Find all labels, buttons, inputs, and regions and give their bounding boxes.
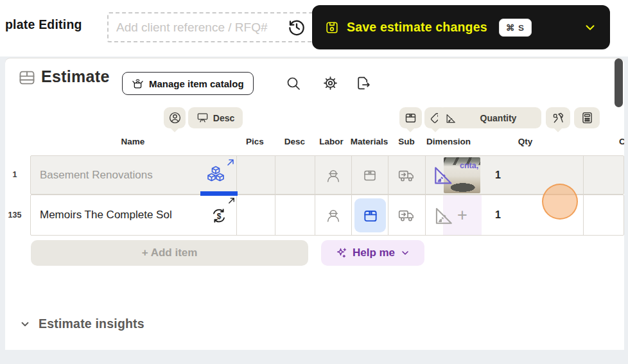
column-header-cost: C: [619, 137, 624, 146]
column-header-name: Name: [121, 137, 145, 146]
column-header-qty: Qty: [518, 137, 533, 146]
person-icon: [168, 111, 182, 125]
sub-cell[interactable]: [388, 156, 426, 194]
column-header-dimension: Dimension: [426, 137, 471, 146]
name-cell[interactable]: Basement Renovations: [31, 156, 237, 194]
estimate-insights-toggle[interactable]: Estimate insights: [19, 316, 144, 331]
ruler-icon: [432, 204, 455, 227]
sub-cell[interactable]: [388, 195, 426, 235]
floppy-save-icon: [325, 21, 339, 35]
materials-cell[interactable]: [352, 156, 388, 194]
chip-quantity-label: Quantity: [480, 113, 517, 123]
column-header-sub: Sub: [398, 137, 415, 146]
table-icon: [18, 69, 36, 87]
chip-calculator[interactable]: [574, 107, 600, 128]
manage-item-catalog-label: Manage item catalog: [149, 78, 244, 89]
pics-cell[interactable]: +: [237, 195, 275, 235]
materials-cell[interactable]: [352, 195, 388, 235]
gear-icon[interactable]: [322, 75, 338, 91]
item-name: Memoirs The Complete Sol: [40, 209, 172, 221]
table-row: Memoirs The Complete Sol $ +: [30, 195, 624, 236]
row-number: 135: [5, 211, 24, 220]
materials-selected-toggle[interactable]: [354, 198, 386, 232]
cubes-icon[interactable]: [204, 164, 227, 187]
save-estimate-button[interactable]: Save estimate changes ⌘ S: [312, 5, 610, 49]
help-me-label: Help me: [353, 247, 395, 259]
add-item-button[interactable]: + Add item: [31, 240, 308, 266]
pics-cell[interactable]: [237, 156, 275, 194]
search-icon[interactable]: [286, 76, 301, 91]
click-highlight-ring: [542, 184, 578, 220]
page-title: plate Editing: [5, 17, 82, 32]
package-icon: [362, 207, 379, 224]
help-me-button[interactable]: Help me: [321, 240, 424, 266]
monitor-icon: [196, 112, 209, 124]
item-name: Basement Renovations: [40, 169, 153, 182]
package-icon: [362, 168, 378, 183]
worker-icon: [325, 166, 342, 184]
labor-cell[interactable]: [315, 195, 352, 235]
column-header-pics: Pics: [246, 137, 264, 146]
table-row: Basement Renovations: [30, 155, 624, 195]
chip-quantity[interactable]: Quantity: [438, 107, 541, 128]
sparkles-icon: [335, 247, 347, 259]
cost-cell[interactable]: [584, 195, 624, 235]
history-icon[interactable]: [286, 17, 307, 37]
truck-icon: [397, 207, 417, 223]
labor-cell[interactable]: [315, 156, 352, 194]
arrow-ne-icon: [227, 196, 236, 205]
qty-value[interactable]: 1: [495, 209, 501, 221]
arrow-ne-icon: [226, 158, 235, 167]
chevron-down-icon: [19, 318, 31, 330]
row-number: 1: [5, 170, 24, 179]
name-cell[interactable]: Memoirs The Complete Sol $: [31, 195, 237, 235]
sync-dollar-icon[interactable]: $: [209, 205, 229, 226]
save-button-label: Save estimate changes: [347, 20, 487, 35]
cost-cell[interactable]: 10: [584, 156, 624, 194]
column-header-desc: Desc: [284, 137, 305, 146]
chevron-down-icon[interactable]: [583, 21, 597, 35]
worker-icon: [325, 207, 342, 224]
svg-text:$: $: [217, 212, 222, 221]
chip-desc-label: Desc: [213, 113, 234, 123]
desc-cell[interactable]: [275, 156, 315, 194]
drag-indicator-bar: [200, 191, 238, 196]
export-icon[interactable]: [355, 75, 371, 91]
qty-value[interactable]: 1: [495, 169, 501, 181]
chip-desc[interactable]: Desc: [188, 107, 243, 128]
open-box-icon: [132, 78, 144, 90]
manage-item-catalog-button[interactable]: Manage item catalog: [122, 72, 254, 95]
estimate-panel: Estimate Manage item catalog: [5, 58, 624, 350]
column-header-materials: Materials: [351, 137, 388, 146]
ruler-icon: [431, 163, 455, 187]
desc-cell[interactable]: [275, 195, 315, 235]
ruler-icon: [444, 112, 457, 125]
chevron-down-icon: [400, 248, 410, 258]
estimate-insights-label: Estimate insights: [39, 316, 144, 331]
vertical-scrollbar[interactable]: [615, 58, 623, 107]
estimate-title: Estimate: [41, 67, 110, 86]
column-header-labor: Labor: [319, 137, 344, 146]
tools-icon: [552, 111, 565, 125]
top-bar: plate Editing Save estimate changes ⌘ S: [0, 0, 628, 56]
calculator-icon: [580, 111, 594, 125]
package-icon: [404, 111, 417, 125]
dimension-value: cnta,: [460, 161, 478, 170]
truck-icon: [397, 167, 417, 184]
keyboard-shortcut-badge: ⌘ S: [499, 19, 532, 37]
